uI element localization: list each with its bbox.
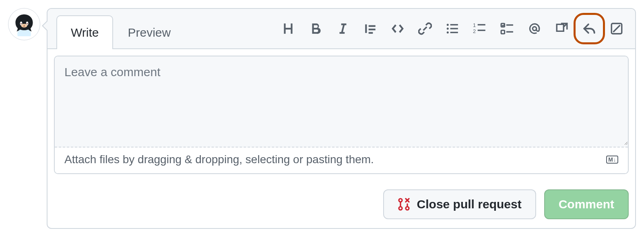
svg-rect-15	[478, 24, 485, 25]
avatar[interactable]	[8, 8, 40, 40]
cross-reference-button[interactable]	[553, 20, 571, 37]
task-list-icon	[500, 22, 514, 35]
svg-rect-16	[478, 30, 485, 31]
close-pull-request-button[interactable]: Close pull request	[383, 189, 536, 219]
task-list-button[interactable]	[498, 20, 516, 37]
svg-point-6	[24, 25, 25, 26]
git-pull-request-closed-icon	[398, 198, 411, 211]
bold-button[interactable]	[307, 20, 324, 37]
svg-text:2: 2	[473, 28, 476, 34]
composer-actions: Close pull request Comment	[47, 181, 635, 228]
italic-icon	[336, 22, 350, 35]
unordered-list-icon	[446, 22, 459, 35]
quote-button[interactable]	[361, 20, 379, 37]
comment-textarea[interactable]	[55, 56, 628, 145]
attach-hint-text: Attach files by dragging & dropping, sel…	[64, 153, 374, 166]
tab-preview[interactable]: Preview	[113, 15, 185, 49]
svg-point-8	[447, 27, 449, 29]
svg-point-3	[21, 23, 22, 25]
svg-rect-10	[450, 24, 458, 25]
comment-composer: Write Preview	[47, 8, 636, 229]
svg-rect-19	[506, 24, 513, 25]
diff-icon	[610, 22, 623, 35]
svg-rect-11	[450, 28, 458, 29]
composer-header: Write Preview	[47, 9, 635, 49]
suggestion-button[interactable]	[608, 20, 625, 37]
cross-reference-icon	[555, 22, 569, 35]
reply-icon	[582, 22, 596, 35]
textarea-container: Attach files by dragging & dropping, sel…	[54, 56, 629, 174]
svg-rect-12	[450, 32, 458, 33]
composer-tabs: Write Preview	[56, 9, 185, 48]
mention-icon	[528, 22, 541, 35]
unordered-list-button[interactable]	[444, 20, 461, 37]
heading-icon	[281, 22, 295, 35]
svg-point-24	[399, 207, 402, 210]
svg-point-9	[447, 31, 449, 33]
attach-hint-row[interactable]: Attach files by dragging & dropping, sel…	[55, 147, 628, 173]
composer-body: Attach files by dragging & dropping, sel…	[47, 49, 635, 181]
reply-button[interactable]	[580, 20, 598, 37]
code-icon	[391, 22, 405, 35]
comment-button[interactable]: Comment	[544, 189, 629, 219]
close-pull-request-label: Close pull request	[417, 197, 522, 211]
heading-button[interactable]	[279, 20, 297, 37]
link-icon	[418, 22, 432, 35]
svg-text:1: 1	[473, 22, 476, 28]
octocat-icon	[12, 12, 36, 36]
bold-icon	[309, 22, 322, 35]
svg-point-25	[406, 207, 409, 210]
ordered-list-icon: 12	[473, 22, 487, 35]
link-button[interactable]	[416, 20, 434, 37]
svg-rect-20	[506, 31, 513, 32]
quote-icon	[363, 22, 377, 35]
code-button[interactable]	[389, 20, 407, 37]
tab-write[interactable]: Write	[56, 15, 113, 49]
italic-button[interactable]	[334, 20, 352, 37]
markdown-icon[interactable]: M↓	[606, 156, 618, 164]
ordered-list-button[interactable]: 12	[471, 20, 489, 37]
svg-rect-18	[501, 30, 505, 34]
svg-point-7	[447, 24, 449, 26]
formatting-toolbar: 12	[279, 20, 629, 37]
svg-point-23	[399, 199, 402, 202]
mention-button[interactable]	[526, 20, 543, 37]
svg-point-4	[27, 23, 28, 25]
comment-button-label: Comment	[559, 197, 614, 211]
